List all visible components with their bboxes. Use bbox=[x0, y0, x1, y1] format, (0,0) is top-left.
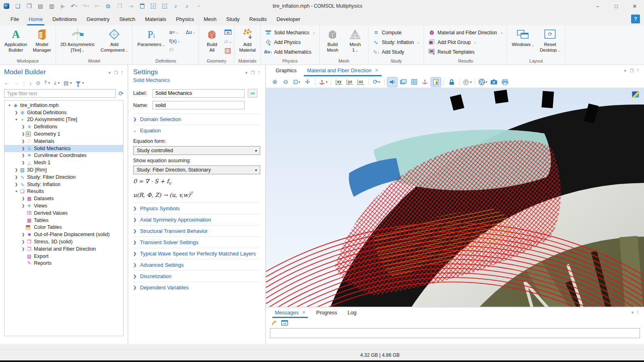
tree-chevron-icon[interactable]: ▾ bbox=[7, 103, 12, 107]
close-button[interactable]: ✕ bbox=[625, 0, 644, 12]
close-tab-icon[interactable]: ✕ bbox=[375, 68, 378, 73]
save-icon[interactable]: ▤ bbox=[36, 1, 45, 11]
ribbon-tab-file[interactable]: File bbox=[6, 14, 24, 25]
axis-orientation-icon[interactable] bbox=[420, 77, 430, 87]
-u-button[interactable]: Δu⌄ bbox=[186, 28, 195, 37]
cut-icon[interactable]: ✂ bbox=[92, 1, 102, 11]
section-dependent-variables[interactable]: ❯Dependent Variables bbox=[133, 282, 260, 293]
graphics-tab-graphics[interactable]: Graphics bbox=[272, 65, 301, 76]
find-and-replace-icon[interactable]: ⌕ bbox=[182, 1, 192, 11]
messages-tab-progress[interactable]: Progress bbox=[313, 308, 340, 318]
view-xz-icon[interactable]: xz bbox=[356, 77, 366, 87]
copy-icon[interactable]: ⧉ bbox=[103, 1, 113, 11]
messages-output-area[interactable] bbox=[270, 328, 640, 338]
add-component-button[interactable]: Add Component⌄ bbox=[98, 27, 130, 58]
f-x--button[interactable]: f(x)⌄ bbox=[169, 37, 180, 46]
tree-item-global-definitions[interactable]: ❯⊕Global Definitions bbox=[4, 109, 123, 116]
parameters-button[interactable]: PiParameters⌄ bbox=[135, 27, 167, 58]
reset-desktop-button[interactable]: ⟳Reset Desktop⌄ bbox=[538, 27, 562, 58]
refresh-icon[interactable]: ⟳ bbox=[118, 90, 123, 97]
show-equation-dropdown[interactable]: Study: Fiber Direction, Stationary bbox=[133, 165, 260, 174]
tree-chevron-icon[interactable]: ❯ bbox=[21, 197, 26, 201]
tree-item-study-inflation[interactable]: ❯∿Study: Inflation bbox=[4, 181, 123, 188]
2d-axisymmetric-tire--button[interactable]: 2D Axisymmetric [Tire]⌄ bbox=[59, 27, 97, 58]
zoom-out-icon[interactable]: ⊖ bbox=[281, 77, 291, 87]
section-equation[interactable]: ⌄ Equation bbox=[133, 125, 260, 136]
ribbon-tab-physics[interactable]: Physics bbox=[171, 14, 199, 25]
tree-item-definitions[interactable]: ❯≡Definitions bbox=[4, 123, 123, 130]
color-legend-icon[interactable] bbox=[431, 77, 441, 87]
tree-chevron-icon[interactable]: ❯ bbox=[21, 125, 26, 129]
tree-item-tire-inflation-mph[interactable]: ▾◈tire_inflation.mph bbox=[4, 102, 123, 109]
ribbon-tab-developer[interactable]: Developer bbox=[272, 14, 305, 25]
zoom-box-icon[interactable]: ⊡▾ bbox=[292, 77, 301, 87]
tree-item-results[interactable]: ▾❏Results bbox=[4, 188, 123, 195]
add-physics-button[interactable]: Add Physics bbox=[263, 38, 317, 47]
section-structural-transient-behavior[interactable]: ❯Structural Transient Behavior bbox=[133, 225, 260, 236]
maximize-button[interactable]: □ bbox=[607, 0, 625, 12]
equation-form-dropdown[interactable]: Study controlled bbox=[133, 146, 260, 155]
add-plot-group-button[interactable]: Add Plot Group⌄ bbox=[427, 38, 504, 47]
graphics-canvas[interactable] bbox=[266, 88, 644, 307]
chevron-down-icon[interactable]: ▾ bbox=[245, 70, 248, 75]
expand-all-icon[interactable]: ⤒▾ bbox=[44, 80, 50, 86]
help-button[interactable]: ? bbox=[631, 15, 640, 23]
float-panel-icon[interactable]: ❐ bbox=[251, 70, 255, 75]
build-mesh-button[interactable]: Build Mesh bbox=[322, 27, 343, 58]
tree-item-derived-values[interactable]: 8.85 e-12Derived Values bbox=[4, 209, 123, 217]
default-3d-view-icon[interactable]: ▾ bbox=[318, 77, 328, 87]
application-builder-button[interactable]: AApplication Builder bbox=[2, 27, 29, 58]
tree-item-export[interactable]: ▤Export bbox=[4, 253, 123, 260]
tree-item-out-of-plane-displacement-solid-[interactable]: ❯■Out-of-Plane Displacement (solid) bbox=[4, 231, 123, 238]
tree-item-reports[interactable]: ✎Reports bbox=[4, 260, 123, 267]
go-back-icon[interactable]: ← bbox=[4, 80, 9, 86]
tree-chevron-icon[interactable]: ❯ bbox=[21, 139, 26, 143]
ribbon-tab-definitions[interactable]: Definitions bbox=[48, 14, 82, 25]
undo-icon[interactable]: ↶˅ bbox=[69, 1, 79, 11]
tree-chevron-icon[interactable]: ❯ bbox=[21, 232, 26, 236]
comsol-logo-icon[interactable] bbox=[2, 1, 11, 11]
minimize-button[interactable]: – bbox=[588, 0, 607, 12]
result-templates-button[interactable]: Result Templates bbox=[427, 47, 504, 56]
pin-icon[interactable]: ⊺ bbox=[637, 310, 639, 315]
graphics-tab-material-and-fiber-direction[interactable]: Material and Fiber Direction✕ bbox=[303, 65, 383, 76]
tree-item-tables[interactable]: ▦Tables bbox=[4, 217, 123, 224]
run-icon[interactable]: ▶ bbox=[58, 1, 68, 11]
tree-item-datasets[interactable]: ❯▦Datasets bbox=[4, 195, 123, 202]
tree-item-study-fiber-direction[interactable]: ❯∿Study: Fiber Direction bbox=[4, 174, 123, 181]
customize-quick-access-icon[interactable]: ˅ bbox=[194, 1, 203, 11]
section-transient-solver-settings[interactable]: ❯Transient Solver Settings bbox=[133, 236, 260, 248]
material-and-fiber-direction-button[interactable]: Material and Fiber Direction⌄ bbox=[427, 28, 504, 37]
build-all-button[interactable]: Build All bbox=[201, 27, 222, 58]
collapse-all-icon[interactable]: ⤓▾ bbox=[54, 80, 60, 86]
zoom-in-icon[interactable]: ⊕ bbox=[270, 77, 280, 87]
image-snapshot-icon[interactable]: ▾ bbox=[478, 77, 488, 87]
ribbon-tab-sketch[interactable]: Sketch bbox=[114, 14, 140, 25]
move-down-icon[interactable]: ↓ bbox=[29, 80, 32, 86]
tree-item-curvilinear-coordinates[interactable]: ❯✳Curvilinear Coordinates bbox=[4, 152, 123, 159]
tree-chevron-icon[interactable]: ❯ bbox=[21, 204, 26, 208]
select-box-icon[interactable]: ➚ bbox=[148, 1, 158, 11]
import-geometry-button[interactable] bbox=[224, 28, 232, 36]
ribbon-tab-geometry[interactable]: Geometry bbox=[82, 14, 114, 25]
section-physics-symbols[interactable]: ❯Physics Symbols bbox=[133, 203, 260, 214]
print-icon[interactable] bbox=[500, 77, 510, 87]
open-file-icon[interactable]: ❒ bbox=[24, 1, 34, 11]
tree-item-solid-mechanics[interactable]: ❯⌸Solid Mechanics bbox=[4, 145, 123, 152]
tree-chevron-icon[interactable]: ▾ bbox=[14, 189, 19, 193]
model-manager-button[interactable]: Model Manager bbox=[31, 27, 53, 58]
show-grid-icon[interactable] bbox=[409, 77, 419, 87]
tree-chevron-icon[interactable]: ❯ bbox=[21, 132, 26, 136]
view-thumbnail-icon[interactable] bbox=[632, 91, 639, 98]
tree-chevron-icon[interactable]: ❯ bbox=[14, 175, 19, 179]
duplicate-icon[interactable]: ⇥ bbox=[126, 1, 136, 11]
name-field[interactable] bbox=[153, 101, 245, 109]
ribbon-tab-results[interactable]: Results bbox=[245, 14, 272, 25]
ribbon-tab-mesh[interactable]: Mesh bbox=[199, 14, 222, 25]
remove-details-button[interactable] bbox=[224, 47, 232, 55]
camera-icon[interactable] bbox=[489, 77, 499, 87]
add-mathematics-button[interactable]: Δu↓Add Mathematics bbox=[263, 47, 317, 56]
delete-icon[interactable] bbox=[137, 1, 147, 11]
chevron-down-icon[interactable]: ▾ bbox=[109, 70, 111, 75]
float-panel-icon[interactable]: ❐ bbox=[629, 68, 634, 73]
